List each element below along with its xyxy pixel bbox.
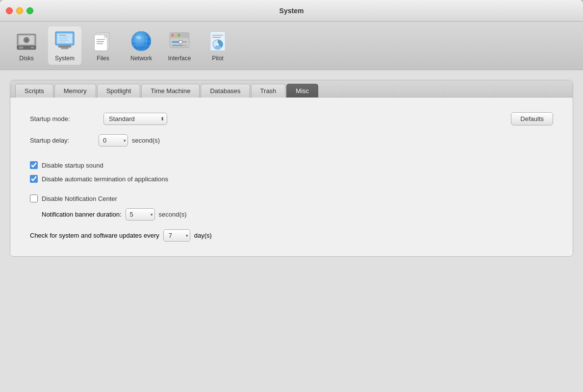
toolbar: Disks System [0,22,583,70]
tab-trash[interactable]: Trash [251,84,286,98]
startup-delay-select-wrapper: 0 5 10 15 30 60 ▾ [99,134,128,147]
title-bar: System [0,0,583,22]
disable-termination-label: Disable automatic termination of applica… [42,175,168,183]
svg-point-47 [217,43,219,45]
svg-point-36 [175,34,177,36]
main-window: System Disks [0,0,583,392]
svg-rect-13 [59,35,66,36]
pilot-label: Pilot [212,55,223,62]
disable-sound-row: Disable startup sound [30,161,553,169]
startup-delay-row: Startup delay: 0 5 10 15 30 60 ▾ second(… [30,134,553,147]
update-check-label: Check for system and software updates ev… [30,232,159,239]
files-icon [91,29,115,53]
tab-memory[interactable]: Memory [54,84,96,98]
disable-notification-row: Disable Notification Center [30,195,553,202]
svg-rect-42 [172,45,183,46]
svg-rect-14 [59,37,70,37]
tab-bar: Scripts Memory Spotlight Time Machine Da… [10,80,573,98]
svg-point-37 [178,34,180,36]
main-content: Scripts Memory Spotlight Time Machine Da… [0,70,583,392]
network-icon [129,29,153,53]
tab-time-machine[interactable]: Time Machine [141,84,200,98]
toolbar-item-interface[interactable]: Interface [163,26,196,65]
svg-rect-22 [97,41,104,42]
window-title: System [279,7,304,15]
startup-mode-select-wrapper: Standard Safe Verbose Single User ⬍ [103,113,167,125]
traffic-lights [6,7,33,14]
svg-rect-7 [31,47,34,48]
svg-rect-17 [59,42,65,42]
notification-banner-unit: second(s) [159,211,187,218]
tab-scripts[interactable]: Scripts [15,84,53,98]
panel-content: Startup mode: Standard Safe Verbose Sing… [10,98,573,256]
toolbar-item-disks[interactable]: Disks [10,26,43,65]
update-check-unit: day(s) [194,232,212,239]
notification-banner-row: Notification banner duration: 5 10 15 30… [42,208,553,220]
startup-delay-unit: second(s) [132,137,160,144]
update-check-select[interactable]: 1 3 7 14 30 [163,229,190,242]
svg-rect-16 [59,40,69,41]
svg-rect-23 [97,43,103,44]
defaults-button[interactable]: Defaults [511,112,553,125]
network-label: Network [130,55,152,62]
pilot-icon [206,29,229,53]
svg-point-35 [172,34,174,36]
update-check-select-wrapper: 1 3 7 14 30 ▾ [163,229,190,242]
tab-misc[interactable]: Misc [286,84,318,98]
svg-rect-6 [19,47,24,49]
disable-sound-label: Disable startup sound [42,162,103,169]
svg-point-40 [179,40,182,44]
startup-mode-label: Startup mode: [30,115,99,122]
maximize-button[interactable] [26,7,33,14]
files-label: Files [97,55,109,62]
disks-icon [15,29,38,53]
interface-icon [168,29,191,53]
notification-banner-select[interactable]: 5 10 15 30 [126,208,155,220]
startup-delay-label: Startup delay: [30,137,99,144]
system-icon [53,29,76,53]
close-button[interactable] [6,7,13,14]
disable-sound-checkbox[interactable] [30,161,38,169]
svg-point-5 [25,39,27,41]
startup-mode-left: Startup mode: Standard Safe Verbose Sing… [30,113,167,125]
svg-rect-21 [97,39,105,40]
interface-label: Interface [168,55,191,62]
toolbar-item-system[interactable]: System [48,26,81,65]
toolbar-item-network[interactable]: Network [125,26,158,65]
toolbar-item-pilot[interactable]: Pilot [201,26,234,65]
notification-banner-select-wrapper: 5 10 15 30 ▾ [126,208,155,220]
disks-label: Disks [19,55,33,62]
disable-termination-checkbox[interactable] [30,175,38,183]
notification-banner-label: Notification banner duration: [42,211,122,218]
tab-spotlight[interactable]: Spotlight [97,84,141,98]
svg-rect-15 [59,39,67,39]
disable-notification-label: Disable Notification Center [42,195,117,202]
tab-databases[interactable]: Databases [201,84,250,98]
tab-panel: Scripts Memory Spotlight Time Machine Da… [10,80,573,257]
startup-mode-row: Startup mode: Standard Safe Verbose Sing… [30,112,553,125]
update-check-row: Check for system and software updates ev… [30,229,553,242]
toolbar-item-files[interactable]: Files [86,26,120,65]
svg-rect-45 [212,37,221,38]
minimize-button[interactable] [16,7,23,14]
system-label: System [55,55,75,62]
startup-delay-select[interactable]: 0 5 10 15 30 60 [99,134,128,147]
disable-termination-row: Disable automatic termination of applica… [30,175,553,183]
startup-mode-select[interactable]: Standard Safe Verbose Single User [103,113,167,125]
svg-rect-12 [61,48,68,49]
svg-rect-11 [58,46,71,48]
disable-notification-checkbox[interactable] [30,195,38,202]
svg-point-31 [136,36,141,39]
svg-rect-44 [212,35,223,36]
